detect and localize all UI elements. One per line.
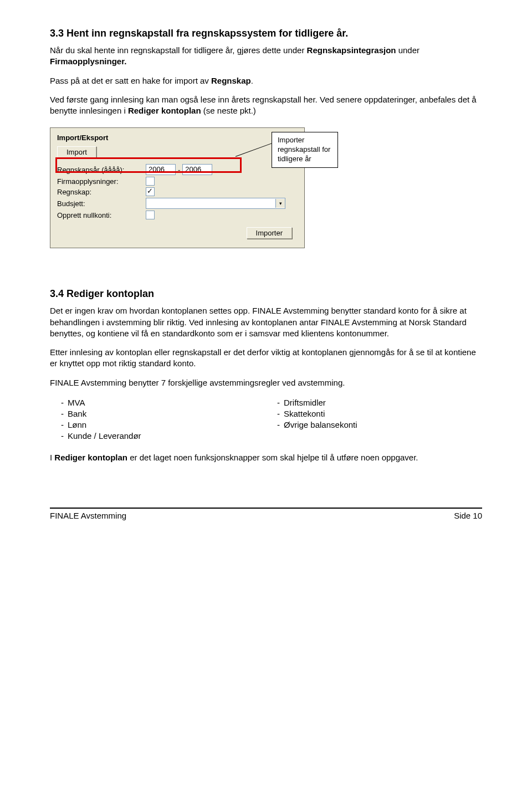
s34-paragraph-2: Etter innlesing av kontoplan eller regns… bbox=[50, 347, 482, 370]
list-label: Driftsmidler bbox=[284, 398, 326, 407]
import-export-panel: Import/Eksport Import Regnskapsår (åååå)… bbox=[50, 127, 305, 248]
dash-icon: - bbox=[50, 398, 68, 407]
s34-paragraph-1: Det er ingen krav om hvordan kontoplanen… bbox=[50, 305, 482, 339]
row-budsjett: Budsjett: ▾ bbox=[57, 198, 298, 209]
list-col-left: -MVA -Bank -Lønn -Kunde / Leverandør bbox=[50, 396, 266, 442]
section-3-3-heading: 3.3 Hent inn regnskapstall fra regnskaps… bbox=[50, 28, 482, 39]
year-from-input[interactable]: 2006 bbox=[146, 164, 176, 175]
dash-icon: - bbox=[266, 409, 284, 418]
text: Pass på at det er satt en hake for impor… bbox=[50, 76, 211, 85]
annotation-box: Importer regnskapstall for tidligere år bbox=[272, 132, 338, 168]
annotation-text: Importer regnskapstall for tidligere år bbox=[278, 136, 330, 163]
dash: - bbox=[178, 166, 180, 174]
label-budsjett: Budsjett: bbox=[57, 199, 146, 208]
row-year: Regnskapsår (åååå): 2006 - 2006 bbox=[57, 164, 298, 175]
text-bold: Regnskapsintegrasjon bbox=[307, 45, 396, 55]
row-firma: Firmaopplysninger: bbox=[57, 177, 298, 186]
dropdown-budsjett[interactable]: ▾ bbox=[146, 198, 285, 209]
checkbox-nullkonti[interactable] bbox=[146, 211, 155, 219]
list-label: Skattekonti bbox=[284, 409, 325, 418]
list-label: Lønn bbox=[68, 420, 86, 429]
list-label: MVA bbox=[68, 398, 85, 407]
page-footer: FINALE Avstemming Side 10 bbox=[50, 508, 482, 520]
dash-icon: - bbox=[266, 398, 284, 407]
row-nullkonti: Opprett nullkonti: bbox=[57, 211, 298, 219]
text: under bbox=[396, 45, 420, 55]
list-item: -Skattekonti bbox=[266, 409, 482, 418]
dash-icon: - bbox=[50, 420, 68, 429]
chevron-down-icon: ▾ bbox=[275, 199, 285, 208]
list-item: -Driftsmidler bbox=[266, 398, 482, 407]
panel-title: Import/Eksport bbox=[57, 134, 298, 142]
list-item: -Bank bbox=[50, 409, 266, 418]
text: Ved første gang innlesing kan man også l… bbox=[50, 95, 477, 115]
text-bold: Firmaopplysninger. bbox=[50, 57, 126, 66]
list-label: Bank bbox=[68, 409, 86, 418]
s33-paragraph-1: Når du skal hente inn regnskapstall for … bbox=[50, 45, 482, 68]
list-label: Øvrige balansekonti bbox=[284, 420, 357, 429]
text-bold: Regnskap bbox=[211, 76, 251, 85]
dash-icon: - bbox=[266, 420, 284, 429]
row-regnskap: Regnskap: bbox=[57, 187, 298, 196]
importer-button[interactable]: Importer bbox=[247, 227, 292, 239]
year-to-input[interactable]: 2006 bbox=[182, 164, 212, 175]
list-item: -Øvrige balansekonti bbox=[266, 420, 482, 429]
list-item: -MVA bbox=[50, 398, 266, 407]
section-3-4-heading: 3.4 Rediger kontoplan bbox=[50, 288, 482, 300]
footer-left: FINALE Avstemming bbox=[50, 511, 126, 520]
dash-icon: - bbox=[50, 431, 68, 440]
closing-paragraph: I Rediger kontoplan er det laget noen fu… bbox=[50, 452, 482, 463]
s33-paragraph-3: Ved første gang innlesing kan man også l… bbox=[50, 94, 482, 117]
screenshot-container: Import/Eksport Import Regnskapsår (åååå)… bbox=[50, 127, 482, 271]
import-button-top[interactable]: Import bbox=[57, 146, 96, 158]
label-firma: Firmaopplysninger: bbox=[57, 177, 146, 186]
dash-icon: - bbox=[50, 409, 68, 418]
label-regnskap: Regnskap: bbox=[57, 188, 146, 196]
list-item: -Lønn bbox=[50, 420, 266, 429]
rules-list: -MVA -Bank -Lønn -Kunde / Leverandør -Dr… bbox=[50, 396, 482, 442]
s34-paragraph-3: FINALE Avstemming benytter 7 forskjellig… bbox=[50, 377, 482, 388]
text: (se neste pkt.) bbox=[201, 106, 256, 115]
text-bold: Rediger kontoplan bbox=[128, 106, 201, 115]
list-item: -Kunde / Leverandør bbox=[50, 431, 266, 440]
list-col-right: -Driftsmidler -Skattekonti -Øvrige balan… bbox=[266, 396, 482, 442]
text: Når du skal hente inn regnskapstall for … bbox=[50, 45, 307, 55]
checkbox-regnskap[interactable] bbox=[146, 187, 155, 196]
text: . bbox=[251, 76, 253, 85]
checkbox-firma[interactable] bbox=[146, 177, 155, 186]
footer-right: Side 10 bbox=[454, 511, 482, 520]
label-nullkonti: Opprett nullkonti: bbox=[57, 211, 146, 219]
list-label: Kunde / Leverandør bbox=[68, 431, 141, 440]
s33-paragraph-2: Pass på at det er satt en hake for impor… bbox=[50, 75, 482, 86]
text: er det laget noen funksjonsknapper som s… bbox=[127, 453, 418, 462]
text-bold: Rediger kontoplan bbox=[54, 453, 127, 462]
label-year: Regnskapsår (åååå): bbox=[57, 166, 146, 174]
